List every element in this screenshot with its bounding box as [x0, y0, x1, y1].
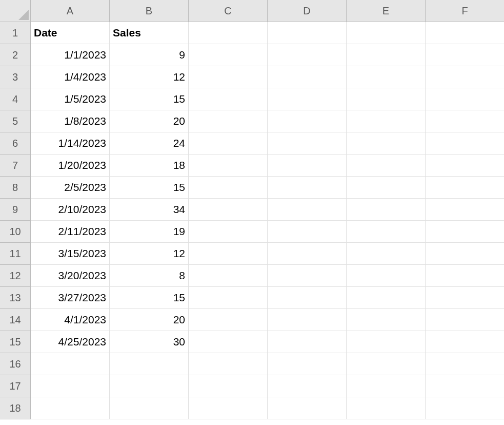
- select-all-corner[interactable]: [0, 0, 31, 22]
- cell-date-row-6[interactable]: 1/20/2023: [31, 154, 110, 177]
- cell-date-row-11[interactable]: 3/20/2023: [31, 265, 110, 287]
- cell-A18[interactable]: [31, 397, 110, 419]
- cell-D18[interactable]: [268, 397, 347, 419]
- cell-D15[interactable]: [268, 331, 347, 353]
- cell-C4[interactable]: [189, 88, 268, 110]
- cell-F3[interactable]: [426, 66, 504, 88]
- cell-date-row-4[interactable]: 1/8/2023: [31, 110, 110, 132]
- cell-E18[interactable]: [347, 397, 426, 419]
- cell-E13[interactable]: [347, 287, 426, 309]
- cell-A17[interactable]: [31, 375, 110, 397]
- cell-E12[interactable]: [347, 265, 426, 287]
- cell-D14[interactable]: [268, 309, 347, 331]
- cell-sales-row-13[interactable]: 20: [110, 309, 189, 331]
- row-header-17[interactable]: 17: [0, 375, 31, 397]
- cell-C16[interactable]: [189, 353, 268, 375]
- cell-C11[interactable]: [189, 243, 268, 265]
- cell-sales-row-10[interactable]: 12: [110, 243, 189, 265]
- row-header-1[interactable]: 1: [0, 22, 31, 44]
- cell-D2[interactable]: [268, 44, 347, 66]
- cell-D7[interactable]: [268, 154, 347, 177]
- cell-F16[interactable]: [426, 353, 504, 375]
- cell-sales-row-12[interactable]: 15: [110, 287, 189, 309]
- cell-C9[interactable]: [189, 199, 268, 221]
- cell-date-row-8[interactable]: 2/10/2023: [31, 199, 110, 221]
- cell-B18[interactable]: [110, 397, 189, 419]
- cell-sales-row-7[interactable]: 15: [110, 177, 189, 199]
- cell-E15[interactable]: [347, 331, 426, 353]
- cell-E17[interactable]: [347, 375, 426, 397]
- row-header-9[interactable]: 9: [0, 199, 31, 221]
- cell-date-row-14[interactable]: 4/25/2023: [31, 331, 110, 353]
- cell-D9[interactable]: [268, 199, 347, 221]
- cell-date-row-2[interactable]: 1/4/2023: [31, 66, 110, 88]
- cell-D3[interactable]: [268, 66, 347, 88]
- cell-sales-row-9[interactable]: 19: [110, 221, 189, 243]
- cell-C10[interactable]: [189, 221, 268, 243]
- row-header-8[interactable]: 8: [0, 177, 31, 199]
- cell-C6[interactable]: [189, 132, 268, 154]
- cell-F18[interactable]: [426, 397, 504, 419]
- cell-date-row-13[interactable]: 4/1/2023: [31, 309, 110, 331]
- cell-sales-row-3[interactable]: 15: [110, 88, 189, 110]
- cell-date-row-12[interactable]: 3/27/2023: [31, 287, 110, 309]
- cell-date-row-10[interactable]: 3/15/2023: [31, 243, 110, 265]
- cell-E3[interactable]: [347, 66, 426, 88]
- table-header-date[interactable]: Date: [31, 22, 110, 44]
- cell-D11[interactable]: [268, 243, 347, 265]
- cell-E4[interactable]: [347, 88, 426, 110]
- cell-C8[interactable]: [189, 177, 268, 199]
- column-header-B[interactable]: B: [110, 0, 189, 22]
- cell-C18[interactable]: [189, 397, 268, 419]
- cell-F10[interactable]: [426, 221, 504, 243]
- cell-E16[interactable]: [347, 353, 426, 375]
- cell-E8[interactable]: [347, 177, 426, 199]
- cell-date-row-5[interactable]: 1/14/2023: [31, 132, 110, 154]
- row-header-5[interactable]: 5: [0, 110, 31, 132]
- cell-E10[interactable]: [347, 221, 426, 243]
- row-header-4[interactable]: 4: [0, 88, 31, 110]
- cell-D12[interactable]: [268, 265, 347, 287]
- cell-C12[interactable]: [189, 265, 268, 287]
- cell-F8[interactable]: [426, 177, 504, 199]
- cell-E7[interactable]: [347, 154, 426, 177]
- cell-B16[interactable]: [110, 353, 189, 375]
- row-header-11[interactable]: 11: [0, 243, 31, 265]
- cell-F13[interactable]: [426, 287, 504, 309]
- cell-F14[interactable]: [426, 309, 504, 331]
- cell-sales-row-11[interactable]: 8: [110, 265, 189, 287]
- cell-B17[interactable]: [110, 375, 189, 397]
- cell-sales-row-8[interactable]: 34: [110, 199, 189, 221]
- cell-sales-row-2[interactable]: 12: [110, 66, 189, 88]
- cell-D6[interactable]: [268, 132, 347, 154]
- row-header-16[interactable]: 16: [0, 353, 31, 375]
- cell-F11[interactable]: [426, 243, 504, 265]
- cell-D16[interactable]: [268, 353, 347, 375]
- row-header-10[interactable]: 10: [0, 221, 31, 243]
- cell-C14[interactable]: [189, 309, 268, 331]
- row-header-15[interactable]: 15: [0, 331, 31, 353]
- cell-D5[interactable]: [268, 110, 347, 132]
- cell-F17[interactable]: [426, 375, 504, 397]
- cell-E2[interactable]: [347, 44, 426, 66]
- cell-sales-row-5[interactable]: 24: [110, 132, 189, 154]
- cell-C15[interactable]: [189, 331, 268, 353]
- cell-sales-row-14[interactable]: 30: [110, 331, 189, 353]
- cell-sales-row-6[interactable]: 18: [110, 154, 189, 177]
- table-header-sales[interactable]: Sales: [110, 22, 189, 44]
- cell-A16[interactable]: [31, 353, 110, 375]
- cell-D4[interactable]: [268, 88, 347, 110]
- column-header-C[interactable]: C: [189, 0, 268, 22]
- cell-date-row-1[interactable]: 1/1/2023: [31, 44, 110, 66]
- cell-E5[interactable]: [347, 110, 426, 132]
- column-header-F[interactable]: F: [426, 0, 504, 22]
- row-header-13[interactable]: 13: [0, 287, 31, 309]
- cell-F12[interactable]: [426, 265, 504, 287]
- cell-F2[interactable]: [426, 44, 504, 66]
- row-header-2[interactable]: 2: [0, 44, 31, 66]
- cell-date-row-9[interactable]: 2/11/2023: [31, 221, 110, 243]
- column-header-D[interactable]: D: [268, 0, 347, 22]
- row-header-7[interactable]: 7: [0, 154, 31, 177]
- cell-F15[interactable]: [426, 331, 504, 353]
- cell-E1[interactable]: [347, 22, 426, 44]
